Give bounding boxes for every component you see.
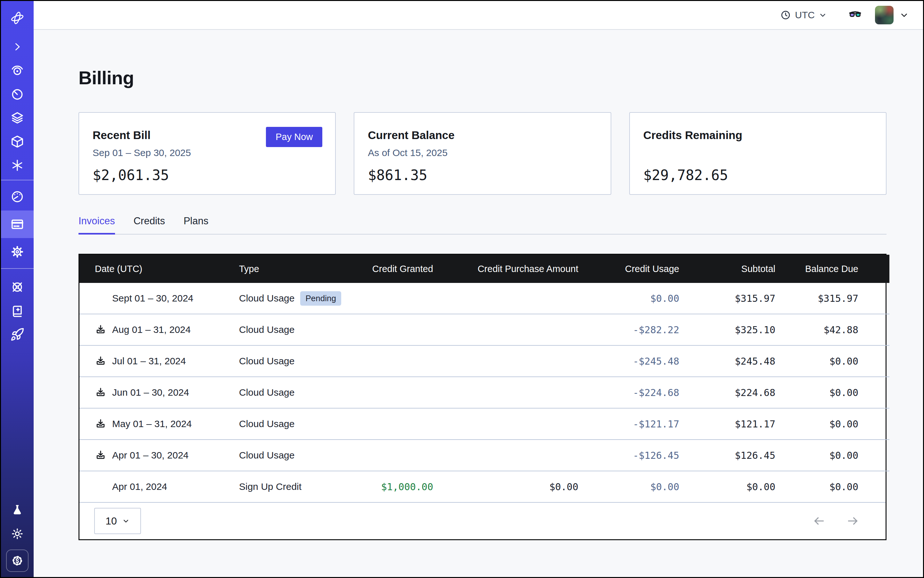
sidebar-item-observe[interactable] [1, 58, 34, 82]
sidebar-item-getting-started[interactable] [1, 323, 34, 346]
rocket-icon [10, 328, 24, 341]
subtotal-value: $126.45 [693, 440, 789, 471]
credits-remaining-card: Credits Remaining $29,782.65 [629, 112, 887, 195]
table-row: Jul 01 – 31, 2024 Cloud Usage -$245.48 $… [80, 346, 889, 377]
table-row: Jun 01 – 30, 2024 Cloud Usage -$224.68 $… [80, 377, 889, 408]
invoice-date: Apr 01 – 30, 2024 [112, 450, 189, 461]
table-row: Apr 01, 2024 Sign Up Credit $1,000.00 $0… [80, 471, 889, 502]
sidebar-item-settings[interactable] [1, 238, 34, 266]
user-avatar[interactable] [875, 6, 893, 24]
download-invoice-button[interactable] [95, 355, 108, 367]
pay-now-button[interactable]: Pay Now [266, 127, 322, 147]
recent-bill-card: Recent Bill Sep 01 – Sep 30, 2025 $2,061… [78, 112, 336, 195]
sidebar-item-credits[interactable] [6, 549, 29, 572]
invoice-type: Cloud Usage [239, 324, 294, 335]
sidebar-item-logo[interactable] [1, 1, 34, 35]
credits-remaining-title: Credits Remaining [643, 129, 873, 141]
book-sparkle-icon [10, 304, 24, 318]
sidebar-item-labs[interactable] [1, 498, 34, 522]
column-balance-due: Balance Due [789, 255, 889, 283]
invoice-date: Jun 01 – 30, 2024 [112, 387, 189, 398]
sidebar-item-theme[interactable] [1, 522, 34, 546]
current-balance-asof: As of Oct 15, 2025 [368, 148, 598, 159]
invoice-type: Cloud Usage [239, 387, 294, 398]
timezone-label: UTC [795, 10, 815, 21]
previous-page-button[interactable] [812, 515, 825, 528]
credits-remaining-sub-spacer [643, 148, 873, 159]
credit-granted-value [355, 377, 447, 408]
invoices-table: Date (UTC) Type Credit Granted Credit Pu… [80, 255, 889, 502]
invoice-type: Sign Up Credit [239, 481, 302, 492]
credit-usage-value: -$126.45 [593, 440, 693, 471]
column-credit-purchase: Credit Purchase Amount [447, 255, 593, 283]
sun-icon [10, 527, 24, 541]
credit-granted-value [355, 408, 447, 440]
chevron-right-icon [11, 41, 23, 52]
balance-due-value: $0.00 [789, 408, 889, 440]
subtotal-value: $315.97 [693, 283, 789, 314]
subtotal-value: $224.68 [693, 377, 789, 408]
glasses-button[interactable] [848, 9, 862, 21]
sidebar-item-functions[interactable] [1, 153, 34, 177]
credit-usage-value: -$224.68 [593, 377, 693, 408]
invoice-type: Cloud Usage [239, 356, 294, 367]
download-invoice-button[interactable] [95, 387, 108, 398]
current-balance-card: Current Balance As of Oct 15, 2025 $861.… [354, 112, 611, 195]
download-invoice-button[interactable] [95, 418, 108, 430]
layers-icon [10, 111, 24, 125]
credit-purchase-value [447, 377, 593, 408]
table-row: May 01 – 31, 2024 Cloud Usage -$121.17 $… [80, 408, 889, 440]
page-size-value: 10 [106, 515, 117, 527]
main-area: UTC Billing [34, 1, 923, 577]
sidebar-item-layers[interactable] [1, 106, 34, 130]
billing-page: Billing Recent Bill Sep 01 – Sep 30, 202… [34, 30, 923, 577]
page-title: Billing [78, 67, 887, 88]
tab-credits[interactable]: Credits [133, 215, 165, 234]
glasses-icon [848, 9, 862, 21]
next-page-button[interactable] [846, 515, 859, 528]
column-subtotal: Subtotal [693, 255, 789, 283]
timer-icon [10, 87, 24, 101]
credit-usage-value: -$245.48 [593, 346, 693, 377]
subtotal-value: $245.48 [693, 346, 789, 377]
orbit-logo-icon [10, 10, 25, 26]
clock-icon [780, 10, 791, 21]
sidebar-item-support[interactable] [1, 275, 34, 299]
credit-granted-value [355, 346, 447, 377]
sidebar-item-billing[interactable] [1, 211, 34, 238]
column-date: Date (UTC) [80, 255, 233, 283]
invoice-date: Jul 01 – 31, 2024 [112, 356, 186, 367]
sidebar-item-usage[interactable] [1, 183, 34, 211]
sidebar-item-expand[interactable] [1, 35, 34, 58]
pagination-bar: 10 [80, 502, 885, 539]
account-menu-chevron[interactable] [899, 10, 909, 20]
column-credit-granted: Credit Granted [355, 255, 447, 283]
page-size-select[interactable]: 10 [94, 508, 141, 534]
sidebar-item-docs[interactable] [1, 299, 34, 323]
tab-invoices[interactable]: Invoices [78, 215, 115, 234]
credit-purchase-value [447, 283, 593, 314]
credit-granted-value [355, 440, 447, 471]
tab-plans[interactable]: Plans [184, 215, 209, 234]
sidebar-item-sandbox[interactable] [1, 130, 34, 153]
timezone-selector[interactable]: UTC [780, 10, 827, 21]
credit-granted-value: $1,000.00 [355, 471, 447, 502]
recent-bill-period: Sep 01 – Sep 30, 2025 [93, 148, 322, 159]
credit-purchase-value [447, 314, 593, 346]
balance-due-value: $315.97 [789, 283, 889, 314]
invoice-date: Aug 01 – 31, 2024 [112, 324, 191, 335]
gauge-icon [10, 190, 24, 204]
invoice-date: May 01 – 31, 2024 [112, 419, 192, 429]
credit-purchase-value: $0.00 [447, 471, 593, 502]
sidebar-item-timer[interactable] [1, 82, 34, 106]
status-badge: Pending [300, 291, 341, 306]
credit-usage-value: $0.00 [593, 283, 693, 314]
balance-due-value: $0.00 [789, 377, 889, 408]
download-invoice-button[interactable] [95, 324, 108, 336]
credit-usage-value: -$282.22 [593, 314, 693, 346]
sidebar-divider [1, 180, 34, 180]
balance-due-value: $42.88 [789, 314, 889, 346]
download-invoice-button[interactable] [95, 450, 108, 461]
sidebar [1, 1, 34, 577]
chevron-down-icon [818, 11, 827, 19]
